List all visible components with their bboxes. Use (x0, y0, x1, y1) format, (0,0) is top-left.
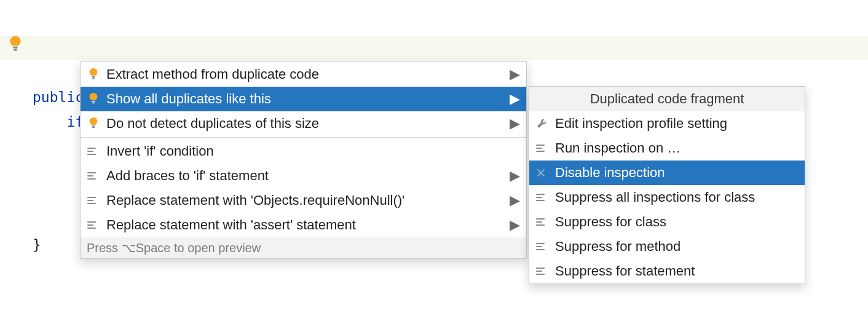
svg-rect-3 (92, 78, 95, 79)
fix-icon (535, 241, 555, 252)
menu-item-label: Suppress for statement (555, 263, 799, 279)
menu-item-label: Invert 'if' condition (106, 143, 520, 159)
menu-item-edit-inspection-profile[interactable]: Edit inspection profile setting (529, 111, 805, 136)
submenu-header: Duplicated code fragment (529, 87, 805, 111)
bulb-icon (87, 92, 106, 106)
close-brace: } (33, 237, 41, 253)
fix-icon (535, 192, 555, 203)
submenu-arrow-icon: ▶ (508, 66, 520, 82)
fix-icon (87, 220, 106, 231)
bulb-icon (87, 116, 106, 131)
menu-item-suppress-class-all[interactable]: Suppress all inspections for class (529, 185, 805, 210)
menu-item-add-braces[interactable]: Add braces to 'if' statement ▶ (81, 164, 526, 188)
menu-item-suppress-statement[interactable]: Suppress for statement (529, 259, 805, 283)
menu-item-replace-requirenonnull[interactable]: Replace statement with 'Objects.requireN… (81, 188, 526, 213)
code-line-highlight (0, 36, 868, 60)
svg-rect-2 (92, 76, 95, 77)
submenu-arrow-icon: ▶ (508, 168, 520, 184)
fix-icon (535, 143, 555, 154)
menu-item-label: Replace statement with 'Objects.requireN… (106, 192, 508, 208)
menu-item-label: Add braces to 'if' statement (106, 168, 508, 184)
menu-item-run-inspection[interactable]: Run inspection on … (529, 136, 805, 160)
submenu-arrow-icon: ▶ (508, 217, 520, 233)
svg-rect-6 (92, 125, 95, 127)
x-icon (535, 167, 555, 178)
menu-item-label: Replace statement with 'assert' statemen… (106, 217, 508, 233)
submenu-arrow-icon: ▶ (508, 192, 520, 208)
submenu-arrow-icon: ▶ (508, 91, 520, 107)
fix-icon (87, 195, 106, 206)
menu-item-replace-assert[interactable]: Replace statement with 'assert' statemen… (81, 213, 526, 237)
menu-separator (81, 137, 526, 138)
intention-menu: Extract method from duplicate code ▶ Sho… (80, 61, 527, 259)
menu-item-disable-inspection[interactable]: Disable inspection (529, 160, 805, 185)
fix-icon (87, 146, 106, 157)
svg-rect-7 (92, 127, 95, 129)
intention-bulb-gutter[interactable] (6, 34, 25, 54)
bulb-icon (87, 67, 106, 82)
wrench-icon (535, 117, 555, 130)
fix-icon (87, 170, 106, 181)
menu-item-label: Do not detect duplicates of this size (106, 116, 508, 132)
fix-icon (535, 266, 555, 277)
svg-rect-4 (92, 101, 95, 102)
menu-item-invert-if[interactable]: Invert 'if' condition (81, 139, 526, 164)
menu-item-extract-method[interactable]: Extract method from duplicate code ▶ (81, 62, 526, 87)
menu-item-label: Suppress for class (555, 214, 799, 230)
menu-item-do-not-detect[interactable]: Do not detect duplicates of this size ▶ (81, 111, 526, 136)
menu-footer-hint: Press ⌥Space to open preview (81, 237, 526, 258)
menu-item-label: Suppress for method (555, 239, 799, 255)
menu-item-label: Suppress all inspections for class (555, 189, 799, 205)
svg-rect-0 (13, 47, 17, 49)
menu-item-show-all-duplicates[interactable]: Show all duplicates like this ▶ (81, 87, 526, 111)
menu-item-label: Disable inspection (555, 165, 799, 181)
menu-item-label: Extract method from duplicate code (106, 66, 508, 82)
menu-item-label: Edit inspection profile setting (555, 116, 799, 132)
intention-submenu: Duplicated code fragment Edit inspection… (529, 86, 805, 284)
submenu-arrow-icon: ▶ (508, 116, 520, 132)
menu-item-label: Show all duplicates like this (106, 91, 508, 107)
menu-item-suppress-method[interactable]: Suppress for method (529, 234, 805, 259)
fix-icon (535, 216, 555, 228)
svg-rect-5 (92, 103, 95, 104)
svg-rect-1 (14, 49, 17, 50)
keyword-public: public (33, 89, 84, 105)
indent (33, 114, 66, 130)
menu-item-suppress-class[interactable]: Suppress for class (529, 210, 805, 234)
menu-item-label: Run inspection on … (555, 140, 799, 156)
